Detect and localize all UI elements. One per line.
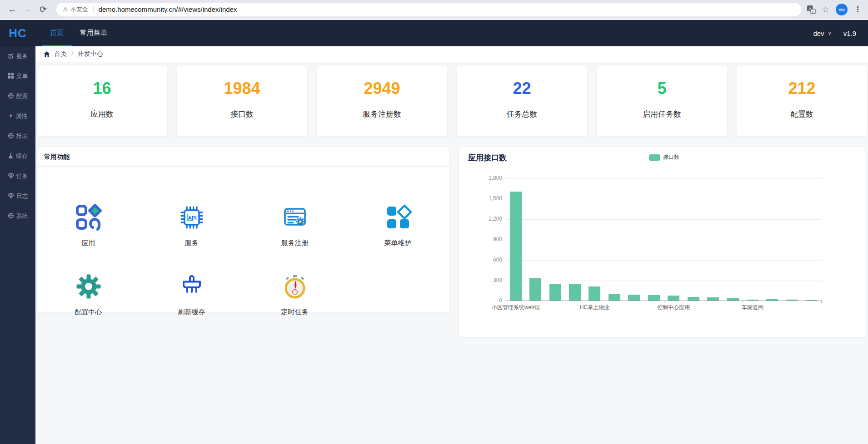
- grid-icon: [8, 73, 14, 80]
- chart-bar: [648, 295, 660, 301]
- sidebar-item-attributes[interactable]: 属性: [0, 106, 35, 126]
- sidebar-item-logs[interactable]: 日志: [0, 186, 35, 206]
- sidebar-item-cache[interactable]: 缓存: [0, 146, 35, 166]
- quick-item-config-center[interactable]: 配置中心: [37, 247, 140, 316]
- quick-item-refresh-cache[interactable]: 刷新缓存: [140, 247, 243, 316]
- translate-icon[interactable]: 文 A: [807, 5, 816, 14]
- y-axis-tick-label: 1,800: [468, 175, 502, 181]
- app-logo[interactable]: HC: [0, 20, 35, 46]
- browser-toolbar: ← → ⟳ ⚠ 不安全 demo.homecommunity.cn/#/view…: [0, 0, 868, 20]
- sidebar: 服务 菜单 配置 属性 报表 缓存 任务 日志: [0, 46, 35, 444]
- sidebar-item-config[interactable]: 配置: [0, 86, 35, 106]
- quick-item-label: 服务: [185, 239, 199, 247]
- chart-bar: [529, 278, 541, 301]
- sidebar-item-menus[interactable]: 菜单: [0, 66, 35, 86]
- main-content: 首页 / 开发中心 16 应用数 1984 接口数 2949 服务注册数 22 …: [35, 46, 868, 444]
- x-axis-tick-label: HC掌上物业: [580, 304, 609, 311]
- legend-swatch: [649, 154, 660, 161]
- tab-common-menu[interactable]: 常用菜单: [72, 20, 115, 46]
- browser-forward-button[interactable]: →: [20, 2, 35, 17]
- chart-bar: [707, 297, 719, 301]
- stat-label: 应用数: [37, 109, 167, 119]
- chart-legend[interactable]: 接口数: [649, 153, 679, 161]
- grid-line: [506, 219, 822, 220]
- sidebar-item-services[interactable]: 服务: [0, 46, 35, 66]
- x-axis-tick: [821, 301, 822, 303]
- stat-cards-row: 16 应用数 1984 接口数 2949 服务注册数 22 任务总数 5 启用任…: [36, 66, 868, 137]
- logo-text: HC: [9, 26, 27, 40]
- tab-home[interactable]: 首页: [42, 20, 72, 46]
- breadcrumb: 首页 / 开发中心: [36, 46, 868, 62]
- sidebar-item-label: 任务: [16, 172, 28, 180]
- stat-card-interfaces: 1984 接口数: [176, 66, 308, 137]
- sidebar-item-label: 报表: [16, 132, 28, 140]
- quick-item-app[interactable]: 应用: [37, 178, 140, 247]
- chart-bar: [609, 294, 620, 301]
- x-axis-tick: [664, 301, 664, 303]
- bookmark-star-icon[interactable]: ☆: [822, 5, 829, 15]
- chart-bar: [688, 297, 699, 301]
- gem-icon: [8, 173, 14, 180]
- quick-item-service-register[interactable]: 服务注册: [243, 178, 346, 247]
- sidebar-item-reports[interactable]: 报表: [0, 126, 35, 146]
- quick-item-label: 定时任务: [281, 308, 309, 316]
- quick-item-label: 应用: [82, 239, 95, 247]
- stat-card-configs: 212 配置数: [736, 66, 868, 137]
- menu-maintain-icon: [384, 204, 412, 233]
- header-tabs: 首页 常用菜单: [42, 20, 115, 46]
- edit-icon: [8, 53, 14, 60]
- stat-value: 2949: [317, 79, 447, 98]
- y-axis-tick-label: 300: [468, 277, 502, 283]
- home-icon: [44, 51, 50, 57]
- address-bar[interactable]: ⚠ 不安全 demo.homecommunity.cn/#/views/inde…: [56, 3, 801, 16]
- sidebar-item-system[interactable]: 系统: [0, 206, 35, 226]
- sidebar-item-label: 缓存: [16, 152, 28, 160]
- stat-value: 5: [597, 79, 727, 98]
- grid-line: [506, 281, 822, 281]
- quick-item-label: 服务注册: [281, 239, 309, 247]
- breadcrumb-home[interactable]: 首页: [54, 50, 67, 58]
- sidebar-item-label: 日志: [16, 192, 28, 200]
- stat-label: 启用任务数: [597, 109, 727, 119]
- browser-profile-avatar[interactable]: xw: [836, 4, 848, 15]
- browser-reload-button[interactable]: ⟳: [35, 2, 51, 17]
- breadcrumb-current: 开发中心: [78, 50, 103, 58]
- service-register-icon: [281, 204, 309, 233]
- tab-home-label: 首页: [50, 29, 64, 37]
- gem-icon: [8, 192, 14, 200]
- quick-panel-title: 常用功能: [37, 147, 449, 167]
- config-gear-icon: [75, 273, 102, 302]
- globe-icon: [8, 133, 14, 140]
- quick-item-service[interactable]: API 服务: [140, 178, 243, 247]
- quick-item-menu-maintain[interactable]: 菜单维护: [346, 178, 449, 247]
- chart-bar: [589, 286, 600, 301]
- x-axis-tick: [585, 301, 585, 303]
- grid-line: [506, 240, 822, 240]
- tab-common-menu-label: 常用菜单: [80, 29, 107, 37]
- sidebar-item-tasks[interactable]: 任务: [0, 166, 35, 186]
- quick-item-timer-task[interactable]: 定时任务: [243, 247, 346, 316]
- browser-back-button[interactable]: ←: [5, 2, 20, 17]
- quick-item-label: 配置中心: [75, 308, 102, 316]
- env-dropdown[interactable]: dev ∨: [813, 30, 831, 37]
- y-axis-tick-label: 1,500: [468, 195, 502, 202]
- quick-item-label: 刷新缓存: [178, 308, 205, 316]
- url-text[interactable]: demo.homecommunity.cn/#/views/index/inde…: [99, 5, 237, 13]
- breadcrumb-separator: /: [71, 50, 73, 58]
- grid-line: [506, 199, 822, 199]
- sidebar-item-label: 配置: [16, 92, 28, 100]
- x-axis-tick-label: 控制中心应用: [657, 304, 690, 311]
- not-secure-label[interactable]: 不安全: [70, 5, 88, 14]
- browser-menu-icon[interactable]: ⋮: [854, 5, 862, 14]
- chart-bar: [766, 299, 778, 301]
- y-axis-tick-label: 1,200: [468, 216, 502, 222]
- chart-bar: [569, 284, 581, 301]
- stat-label: 配置数: [737, 109, 867, 119]
- stat-label: 接口数: [177, 109, 307, 119]
- version-label: v1.9: [843, 30, 856, 37]
- api-chip-icon: API: [178, 204, 205, 233]
- chart-bar: [786, 300, 798, 301]
- sidebar-item-label: 服务: [16, 52, 28, 60]
- x-axis-tick-label: 小区管理系统web端: [492, 304, 540, 311]
- globe-icon: [8, 212, 14, 220]
